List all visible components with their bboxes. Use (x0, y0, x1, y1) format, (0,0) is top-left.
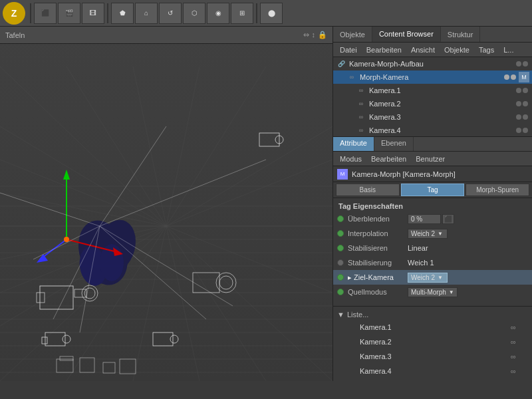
dot-1-0 (504, 74, 509, 80)
tab-struktur[interactable]: Struktur (441, 27, 481, 42)
menu-bearbeiten[interactable]: Bearbeiten (362, 45, 406, 55)
prop-input-ueberblenden[interactable] (408, 214, 441, 224)
toolbar-btn-6[interactable]: ↺ (159, 3, 182, 24)
cam-list-label: Liste... (347, 311, 368, 319)
prop-row-stabilisierung: Stabilisierung Weich 1 (333, 255, 532, 270)
obj-item-0[interactable]: 🔗 Kamera-Morph-Aufbau (333, 57, 532, 70)
tab-ebenen[interactable]: Ebenen (374, 137, 414, 151)
prop-label-stabilisierung: Stabilisierung (348, 259, 408, 267)
app-logo[interactable]: Z (3, 2, 25, 25)
toolbar-btn-8[interactable]: ◉ (207, 3, 229, 24)
toolbar-btn-7[interactable]: ⬡ (183, 3, 205, 24)
submenu-modus[interactable]: Modus (336, 154, 366, 164)
obj-name-4: Kamera.3 (369, 113, 516, 121)
top-tab-bar: Objekte Content Browser Struktur (333, 27, 532, 43)
tab-attribute[interactable]: Attribute (333, 137, 374, 151)
prop-row-interpolation: Interpolation Weich 2 ▼ (333, 226, 532, 241)
prop-indicator-ziel-kamera (337, 274, 344, 281)
tag-properties: Tag Eigenschaften Überblenden ⬛ Interpol… (333, 198, 532, 306)
prop-indicator-quellmodus (337, 289, 344, 295)
cam-item-name-3: Kamera.4 (360, 367, 508, 375)
toolbar-btn-3[interactable]: 🎞 (82, 3, 104, 24)
obj-icon-5: ∞ (356, 125, 366, 136)
cam-list-item-1[interactable]: Kamera.2 ∞ (333, 334, 532, 349)
tag-btn-basis[interactable]: Basis (336, 184, 400, 196)
tag-btn-tag[interactable]: Tag (401, 184, 465, 196)
tafeln-label: Tafeln (5, 31, 25, 39)
svg-point-55 (64, 237, 69, 242)
toolbar-btn-4[interactable]: ⬟ (111, 3, 134, 24)
cam-list-section: ▼ Liste... Kamera.1 ∞ Kamera.2 ∞ Kamera.… (333, 306, 532, 381)
dropdown-interpolation-arrow: ▼ (438, 231, 443, 237)
dot-2-1 (523, 88, 528, 93)
obj-item-4[interactable]: ∞ Kamera.3 (333, 110, 532, 124)
cam-list-expand[interactable]: ▼ (337, 311, 344, 319)
cam-item-icon-0: ∞ (508, 322, 519, 332)
dropdown-interpolation-value: Weich 2 (411, 230, 435, 237)
prop-row-stabilisieren: Stabilisieren Linear (333, 241, 532, 255)
prop-indicator-stabilisierung (337, 259, 344, 266)
tab-objekte[interactable]: Objekte (333, 27, 372, 42)
viewport-zoom-btn[interactable]: ↕ (312, 31, 316, 39)
cam-list-header: ▼ Liste... (333, 309, 532, 320)
submenu-benutzer[interactable]: Benutzer (412, 154, 449, 164)
menu-tags[interactable]: Tags (475, 45, 498, 55)
dropdown-quellmodus[interactable]: Multi-Morph ▼ (408, 287, 458, 297)
prop-indicator-interpolation (337, 230, 344, 237)
svg-rect-0 (0, 27, 332, 381)
prop-value-stabilisieren: Linear (408, 244, 528, 252)
tag-btn-morph-spuren[interactable]: Morph-Spuren (466, 184, 529, 196)
prop-spinner-ueberblenden[interactable]: ⬛ (442, 214, 454, 224)
dropdown-quellmodus-value: Multi-Morph (411, 289, 446, 296)
cam-item-icon-3: ∞ (508, 366, 519, 376)
prop-indicator-ueberblenden (337, 215, 344, 222)
obj-icon-2: ∞ (356, 85, 366, 96)
cam-list-item-3[interactable]: Kamera.4 ∞ (333, 364, 532, 378)
menu-ansicht[interactable]: Ansicht (407, 45, 439, 55)
dot-3-0 (516, 101, 521, 106)
viewport-lock-btn[interactable]: 🔒 (318, 31, 327, 39)
obj-dots-3 (516, 101, 528, 106)
obj-item-3[interactable]: ∞ Kamera.2 (333, 97, 532, 110)
separator-2 (107, 3, 108, 23)
dot-3-1 (523, 101, 528, 106)
obj-name-2: Kamera.1 (369, 86, 516, 94)
obj-name-0: Kamera-Morph-Aufbau (349, 60, 516, 68)
tab-content-browser[interactable]: Content Browser (372, 27, 441, 42)
prop-label-ziel-kamera: ▸ Ziel-Kamera (348, 273, 408, 282)
submenu-bearbeiten[interactable]: Bearbeiten (367, 154, 410, 164)
dot-1-1 (511, 74, 516, 80)
toolbar-btn-9[interactable]: ⊞ (231, 3, 253, 24)
obj-icon-4: ∞ (356, 112, 366, 122)
menu-objekte[interactable]: Objekte (440, 45, 473, 55)
prop-label-interpolation: Interpolation (348, 229, 408, 237)
viewport-3d[interactable]: Tafeln (0, 27, 332, 381)
cam-list-item-2[interactable]: Kamera.3 ∞ (333, 349, 532, 364)
toolbar-btn-1[interactable]: ⬛ (34, 3, 57, 24)
km-header: M Kamera-Morph [Kamera-Morph] (333, 166, 532, 182)
cam-list-item-0[interactable]: Kamera.1 ∞ (333, 320, 532, 334)
attr-tab-bar: Attribute Ebenen (333, 137, 532, 152)
toolbar-btn-5[interactable]: ⌂ (135, 3, 158, 24)
obj-item-2[interactable]: ∞ Kamera.1 (333, 84, 532, 97)
prop-row-ziel-kamera: ▸ Ziel-Kamera Weich 2 ▼ (333, 270, 532, 285)
obj-item-1[interactable]: ∞ Morph-Kamera M (333, 70, 532, 84)
obj-item-5[interactable]: ∞ Kamera.4 (333, 124, 532, 137)
dot-4-1 (523, 114, 528, 120)
toolbar-btn-10[interactable]: ⬤ (260, 3, 283, 24)
viewport-arrows-btn[interactable]: ⇔ (303, 31, 309, 39)
menu-l[interactable]: L... (499, 45, 517, 55)
toolbar-btn-2[interactable]: 🎬 (58, 3, 80, 24)
separator-1 (30, 3, 31, 23)
prop-value-stabilisierung: Weich 1 (408, 259, 528, 267)
dot-5-0 (516, 128, 521, 133)
menu-datei[interactable]: Datei (336, 45, 361, 55)
dropdown-ziel-kamera-value: Weich 2 (411, 274, 435, 281)
obj-dots-4 (516, 114, 528, 120)
prop-label-ueberblenden: Überblenden (348, 215, 408, 223)
obj-dots-0 (516, 61, 528, 66)
dropdown-interpolation[interactable]: Weich 2 ▼ (408, 229, 448, 239)
sub-menu: Modus Bearbeiten Benutzer (333, 152, 532, 166)
dropdown-ziel-kamera[interactable]: Weich 2 ▼ (408, 273, 448, 283)
toolbar: Z ⬛ 🎬 🎞 ⬟ ⌂ ↺ ⬡ ◉ ⊞ ⬤ (0, 0, 532, 27)
